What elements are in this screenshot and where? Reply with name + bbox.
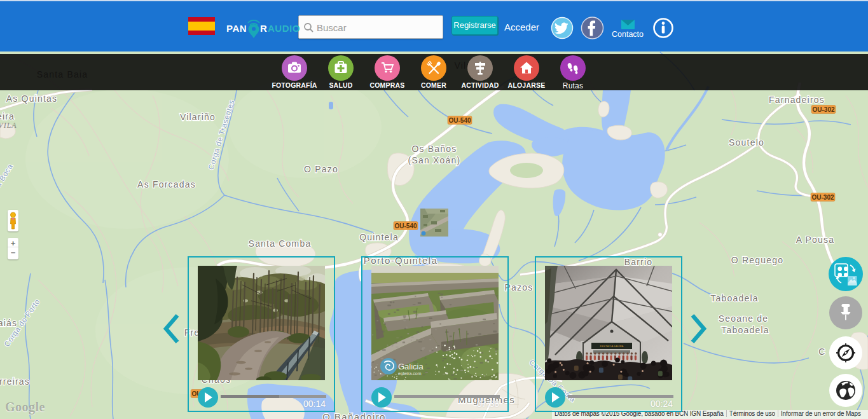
svg-text:Os Baños: Os Baños: [411, 144, 457, 154]
svg-text:OU-302: OU-302: [812, 106, 834, 113]
svg-text:enteira.com: enteira.com: [398, 371, 422, 376]
svg-text:R: R: [260, 23, 267, 34]
svg-text:Galicia: Galicia: [398, 362, 424, 371]
svg-text:Farnadeiros: Farnadeiros: [769, 95, 825, 105]
svg-text:eira: eira: [0, 111, 15, 121]
svg-text:Soutelo: Soutelo: [729, 137, 764, 148]
svg-text:VILA: VILA: [0, 121, 17, 130]
svg-text:PAN: PAN: [226, 23, 247, 34]
svg-text:Pazos: Pazos: [505, 282, 534, 292]
svg-text:As Quintas: As Quintas: [6, 93, 57, 104]
svg-text:O Pazo: O Pazo: [304, 164, 338, 174]
svg-text:Quintela: Quintela: [359, 232, 399, 242]
svg-text:As Forcadas: As Forcadas: [137, 179, 196, 189]
svg-text:Santa Comba: Santa Comba: [249, 238, 312, 249]
svg-text:O Reguego: O Reguego: [731, 255, 783, 265]
svg-text:FESTA DA SAURA: FESTA DA SAURA: [600, 345, 623, 348]
svg-text:Taboadela: Taboadela: [710, 293, 758, 303]
svg-text:OU-540: OU-540: [394, 223, 417, 230]
svg-text:Taboadela: Taboadela: [721, 325, 769, 335]
svg-text:rreiras: rreiras: [0, 376, 30, 387]
svg-text:OU-540: OU-540: [448, 117, 471, 124]
svg-text:Seoane de: Seoane de: [719, 313, 769, 324]
svg-text:O Bañadoiro: O Bañadoiro: [322, 411, 386, 419]
svg-text:OU-302: OU-302: [811, 194, 834, 201]
svg-text:Vilariño: Vilariño: [180, 112, 216, 122]
svg-text:A Pousa: A Pousa: [796, 235, 835, 245]
svg-text:(San Xoán): (San Xoán): [408, 155, 461, 165]
svg-text:AUDIO: AUDIO: [268, 23, 300, 34]
